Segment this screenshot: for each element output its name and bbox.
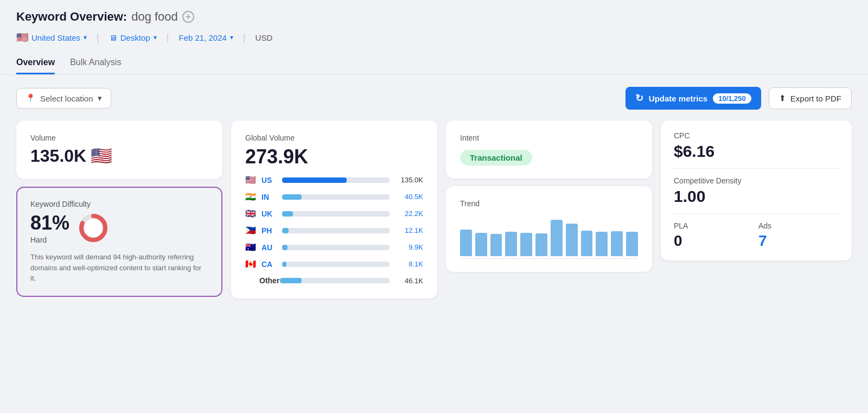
cd-label: Competitive Density: [674, 176, 839, 185]
bar-fill-other: [280, 278, 302, 283]
divider-3: |: [243, 32, 246, 43]
cd-value: 1.00: [674, 187, 839, 206]
code-other: Other: [259, 276, 275, 285]
ads-label: Ads: [758, 221, 839, 230]
filter-right: ↻ Update metrics 10/1,250 ⬆ Export to PD…: [626, 87, 852, 110]
bar-fill-ca: [282, 262, 286, 267]
update-metrics-label: Update metrics: [649, 94, 707, 103]
update-count-badge: 10/1,250: [713, 93, 751, 104]
toolbar: 🇺🇸 United States ▾ | 🖥 Desktop ▾ | Feb 2…: [16, 31, 852, 43]
cards-row: Volume 135.0K 🇺🇸 Keyword Difficulty 81% …: [16, 120, 852, 298]
refresh-icon: ↻: [635, 92, 643, 104]
volume-card: Volume 135.0K 🇺🇸: [16, 120, 222, 179]
export-label: Export to PDF: [790, 94, 841, 103]
export-to-pdf-button[interactable]: ⬆ Export to PDF: [769, 87, 852, 109]
flag-uk: 🇬🇧: [245, 208, 256, 219]
location-arrow-icon: ▾: [84, 34, 87, 41]
bar-bg-other: [280, 278, 390, 283]
intent-label: Intent: [460, 134, 638, 142]
vol-ph: 12.1K: [395, 226, 423, 234]
trend-chart: [460, 215, 638, 259]
col-4: CPC $6.16 Competitive Density 1.00 PLA 0…: [661, 120, 852, 268]
gv-label: Global Volume: [245, 134, 423, 142]
select-location-label: Select location: [40, 94, 93, 103]
bar-bg-in: [282, 194, 390, 200]
code-us: US: [261, 176, 277, 185]
col-3: Intent Transactional Trend: [446, 120, 652, 272]
device-arrow-icon: ▾: [154, 34, 157, 41]
svg-point-2: [85, 219, 102, 237]
divider-2: |: [167, 32, 169, 43]
bar-fill-au: [282, 245, 288, 250]
cpc-card: CPC $6.16 Competitive Density 1.00 PLA 0…: [661, 120, 852, 260]
pla-ads-row: PLA 0 Ads 7: [674, 221, 839, 250]
code-uk: UK: [261, 209, 277, 218]
volume-label: Volume: [30, 134, 208, 142]
code-ph: PH: [261, 226, 277, 235]
device-selector[interactable]: 🖥 Desktop ▾: [109, 33, 157, 42]
col-1: Volume 135.0K 🇺🇸 Keyword Difficulty 81% …: [16, 120, 222, 297]
date-label: Feb 21, 2024: [178, 33, 226, 42]
code-in: IN: [261, 193, 277, 201]
country-row-us: 🇺🇸 US 135.0K: [245, 175, 423, 185]
kd-donut-chart: [78, 213, 108, 243]
device-label: Desktop: [120, 33, 150, 42]
export-icon: ⬆: [779, 93, 786, 103]
date-selector[interactable]: Feb 21, 2024 ▾: [178, 33, 233, 42]
filter-row: 📍 Select location ▾ ↻ Update metrics 10/…: [16, 87, 852, 110]
trend-bar-8: [566, 224, 578, 256]
vol-ca: 8.1K: [395, 260, 423, 268]
select-location-arrow-icon: ▾: [98, 93, 102, 103]
bar-bg-ph: [282, 228, 390, 233]
cpc-divider: [674, 168, 839, 169]
trend-bar-9: [581, 231, 593, 256]
location-flag: 🇺🇸: [16, 31, 28, 43]
kd-difficulty: Hard: [30, 236, 69, 244]
select-location-button[interactable]: 📍 Select location ▾: [16, 88, 111, 109]
country-row-ph: 🇵🇭 PH 12.1K: [245, 225, 423, 236]
code-au: AU: [261, 243, 277, 252]
tab-bulk-analysis[interactable]: Bulk Analysis: [70, 51, 121, 74]
gv-value: 273.9K: [245, 145, 423, 168]
bar-bg-ca: [282, 262, 390, 267]
vol-au: 9.9K: [395, 243, 423, 251]
trend-bar-4: [505, 232, 517, 256]
pla-value: 0: [674, 232, 754, 250]
vol-uk: 22.2K: [395, 209, 423, 218]
bar-bg-us: [282, 177, 390, 183]
country-row-au: 🇦🇺 AU 9.9K: [245, 242, 423, 252]
trend-bar-6: [535, 233, 547, 256]
update-metrics-button[interactable]: ↻ Update metrics 10/1,250: [626, 87, 761, 110]
vol-us: 135.0K: [395, 176, 423, 184]
kd-description: This keyword will demand 94 high-authori…: [30, 252, 208, 284]
location-selector[interactable]: 🇺🇸 United States ▾: [16, 31, 87, 43]
cd-divider: [674, 213, 839, 214]
flag-ph: 🇵🇭: [245, 225, 256, 236]
bar-bg-uk: [282, 211, 390, 217]
kd-card: Keyword Difficulty 81% Hard This keyword…: [16, 187, 222, 297]
location-pin-icon: 📍: [25, 93, 36, 103]
trend-card: Trend: [446, 186, 652, 272]
bar-fill-uk: [282, 211, 293, 217]
bar-bg-au: [282, 245, 390, 250]
country-row-other: 🏳 Other 46.1K: [245, 276, 423, 285]
divider-1: |: [97, 32, 99, 43]
ads-block: Ads 7: [758, 221, 839, 250]
ads-value: 7: [758, 232, 839, 250]
device-icon: 🖥: [109, 33, 117, 42]
bar-fill-ph: [282, 228, 289, 233]
trend-bar-3: [490, 234, 502, 256]
cpc-value: $6.16: [674, 142, 839, 161]
title-keyword: dog food: [131, 10, 178, 24]
trend-bar-12: [626, 232, 638, 256]
pla-block: PLA 0: [674, 221, 754, 250]
trend-bar-7: [551, 220, 563, 257]
vol-other: 46.1K: [395, 277, 423, 285]
add-keyword-icon[interactable]: +: [182, 11, 194, 23]
date-arrow-icon: ▾: [230, 34, 233, 41]
kd-percent: 81%: [30, 212, 69, 234]
pla-label: PLA: [674, 221, 754, 230]
intent-card: Intent Transactional: [446, 120, 652, 179]
cpc-label: CPC: [674, 131, 839, 140]
tab-overview[interactable]: Overview: [16, 51, 55, 74]
